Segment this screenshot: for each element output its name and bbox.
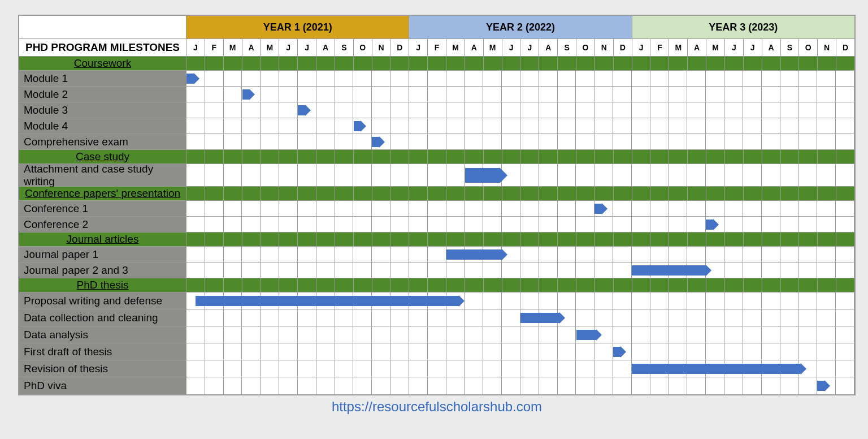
grid-cell xyxy=(298,217,316,232)
grid-cell xyxy=(242,377,261,394)
grid-cell xyxy=(558,102,576,118)
grid-cell xyxy=(186,247,205,262)
grid-cell xyxy=(465,150,484,163)
grid-cell xyxy=(724,343,743,360)
grid-cell xyxy=(762,150,781,163)
grid-cell xyxy=(576,134,594,149)
grid-cell xyxy=(520,292,539,309)
grid-cell xyxy=(224,164,242,186)
grid-cell xyxy=(224,326,242,343)
grid-cell xyxy=(650,309,669,326)
grid-cell xyxy=(242,360,261,377)
grid-cell xyxy=(316,217,335,232)
grid-cell xyxy=(298,118,316,134)
grid-cell xyxy=(261,278,279,292)
task-label: Data collection and cleaning xyxy=(19,309,186,326)
grid-cell xyxy=(520,150,539,163)
grid-cell xyxy=(669,164,688,186)
grid-cell xyxy=(298,262,316,278)
grid-cell xyxy=(446,377,465,394)
grid-cell xyxy=(558,118,576,134)
grid-cell xyxy=(669,187,688,200)
grid-cell xyxy=(465,57,484,70)
grid-cell xyxy=(242,71,261,86)
grid-cell xyxy=(372,71,390,86)
grid-cell xyxy=(798,309,817,326)
grid-cell xyxy=(762,87,780,102)
grid-cell xyxy=(724,118,743,134)
month-header-cell: M xyxy=(706,39,725,56)
grid-cell xyxy=(279,57,298,70)
grid-cell xyxy=(446,278,465,292)
grid-area xyxy=(186,201,854,216)
task-row: Journal paper 2 and 3 xyxy=(19,262,854,278)
grid-cell xyxy=(836,71,854,86)
grid-cell xyxy=(594,360,613,377)
grid-cell xyxy=(576,247,594,262)
grid-cell xyxy=(205,262,224,278)
grid-area xyxy=(186,278,854,292)
grid-cell xyxy=(724,247,743,262)
grid-cell xyxy=(669,118,688,134)
grid-cell xyxy=(594,343,613,360)
month-header-cell: J xyxy=(298,39,316,56)
grid-cell xyxy=(372,233,391,246)
grid-cell xyxy=(632,217,650,232)
year-header-3: YEAR 3 (2023) xyxy=(632,16,854,38)
month-header-cell: F xyxy=(205,39,224,56)
grid-cell xyxy=(484,233,502,246)
grid-cell xyxy=(261,377,279,394)
grid-cell xyxy=(595,150,614,163)
grid-cell xyxy=(298,150,316,163)
grid-cell xyxy=(372,326,390,343)
grid-cell xyxy=(502,262,520,278)
gantt-bar xyxy=(520,313,559,323)
grid-cell xyxy=(576,292,594,309)
grid-cell xyxy=(743,309,762,326)
grid-cell xyxy=(261,134,279,149)
grid-cell xyxy=(316,150,335,163)
grid-cell xyxy=(484,150,502,163)
grid-cell xyxy=(446,343,465,360)
task-label: Comprehensive exam xyxy=(19,134,186,149)
grid-area xyxy=(186,360,854,377)
grid-cell xyxy=(335,201,354,216)
task-row: Conference 1 xyxy=(19,201,854,217)
task-row: Module 1 xyxy=(19,71,854,87)
grid-cell xyxy=(390,71,409,86)
grid-cell xyxy=(614,150,632,163)
grid-cell xyxy=(817,262,836,278)
grid-cell xyxy=(539,292,558,309)
grid-cell xyxy=(798,102,817,118)
section-label: Conference papers' presentation xyxy=(19,187,186,200)
grid-area xyxy=(186,309,854,326)
grid-cell xyxy=(224,150,242,163)
grid-cell xyxy=(744,278,762,292)
grid-cell xyxy=(669,201,688,216)
grid-cell xyxy=(335,134,354,149)
grid-cell xyxy=(594,164,613,186)
month-header-cell: N xyxy=(818,39,836,56)
grid-cell xyxy=(724,102,743,118)
grid-cell xyxy=(465,118,483,134)
month-header-cell: O xyxy=(354,39,372,56)
grid-cell xyxy=(465,134,483,149)
grid-cell xyxy=(261,57,279,70)
grid-cell xyxy=(558,57,576,70)
grid-cell xyxy=(762,118,780,134)
grid-cell xyxy=(724,326,743,343)
grid-cell xyxy=(688,233,706,246)
grid-cell xyxy=(428,57,446,70)
grid-cell xyxy=(706,247,724,262)
footer-url[interactable]: https://resourcefulscholarshub.com xyxy=(18,399,856,415)
month-header-cell: D xyxy=(614,39,632,56)
grid-cell xyxy=(520,360,539,377)
grid-cell xyxy=(780,71,799,86)
grid-cell xyxy=(390,262,409,278)
grid-cell xyxy=(706,118,724,134)
grid-cell xyxy=(613,247,632,262)
grid-cell xyxy=(279,262,298,278)
grid-cell xyxy=(576,278,595,292)
grid-cell xyxy=(781,150,800,163)
grid-cell xyxy=(502,102,520,118)
